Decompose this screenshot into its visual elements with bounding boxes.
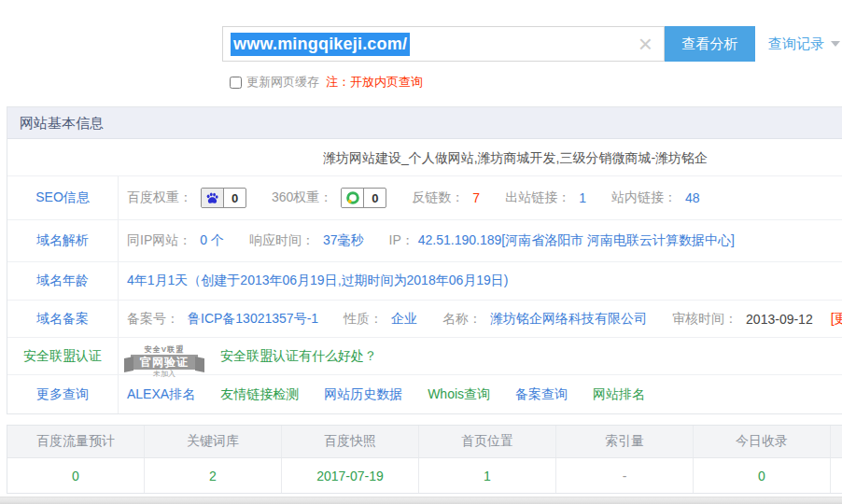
analyze-button[interactable]: 查看分析	[665, 26, 755, 62]
inlinks-value[interactable]: 48	[685, 190, 700, 205]
row-label-dns: 域名解析	[7, 220, 119, 261]
security-benefit-link[interactable]: 安全联盟认证有什么好处？	[220, 348, 377, 365]
icp-name-value[interactable]: 潍坊铭企网络科技有限公司	[490, 311, 647, 328]
link-friend-link-check[interactable]: 友情链接检测	[220, 386, 299, 403]
domain-age-value: 4年1月1天（创建于2013年06月19日,过期时间为2018年06月19日)	[127, 273, 509, 289]
page-bottom-divider	[0, 497, 842, 504]
header-today-included: 今日收录	[694, 426, 831, 457]
baidu-weight-badge[interactable]: 0	[201, 188, 246, 208]
stats-value-row: 0 2 2017-07-19 1 - 0	[7, 458, 842, 493]
value-baidu-snapshot[interactable]: 2017-07-19	[282, 458, 419, 493]
row-label-more: 更多查询	[7, 375, 119, 413]
stats-table: 百度流量预计 关键词库 百度快照 首页位置 索引量 今日收录 0 2 2017-…	[7, 425, 842, 494]
value-index-volume: -	[556, 458, 694, 493]
search-input[interactable]: www.mingqikeji.com/ ×	[222, 26, 665, 62]
value-extra	[831, 458, 842, 493]
more-query-row: 更多查询 ALEXA排名 友情链接检测 网站历史数据 Whois查询 备案查询 …	[7, 375, 842, 413]
link-site-rank[interactable]: 网站排名	[593, 386, 645, 403]
same-ip-label: 同IP网站：	[127, 232, 191, 249]
security-cert-badge-icon[interactable]: 安全V联盟 官网验证 未加入	[122, 340, 206, 372]
outlinks-label: 出站链接：	[505, 189, 570, 206]
row-label-security: 安全联盟认证	[7, 338, 119, 374]
panel-title: 网站基本信息	[7, 107, 842, 139]
header-keyword-library: 关键词库	[145, 426, 282, 457]
row-label-seo: SEO信息	[7, 176, 119, 219]
cert-badge-top-text: 安全V联盟	[145, 345, 184, 354]
icp-number-label: 备案号：	[127, 311, 179, 328]
ip-label: IP：	[389, 232, 414, 249]
icp-nature-label: 性质：	[344, 311, 383, 328]
icp-nature-value: 企业	[391, 311, 417, 328]
value-keyword-library[interactable]: 2	[145, 458, 282, 493]
link-alexa-rank[interactable]: ALEXA排名	[127, 386, 195, 403]
cert-badge-ribbon-text: 官网验证	[131, 355, 198, 370]
value-baidu-traffic[interactable]: 0	[7, 458, 145, 493]
baidu-paw-icon	[202, 189, 224, 207]
so360-weight-badge[interactable]: 0	[341, 188, 386, 208]
inner-page-note: 注：开放内页查询	[326, 74, 423, 91]
response-time-label: 响应时间：	[249, 232, 315, 249]
row-label-age: 域名年龄	[7, 262, 119, 300]
icp-audit-label: 审核时间：	[672, 311, 737, 328]
link-icp-query[interactable]: 备案查询	[515, 386, 568, 403]
search-input-value[interactable]: www.mingqikeji.com/	[231, 33, 410, 56]
value-today-included[interactable]: 0	[694, 458, 831, 493]
backlinks-label: 反链数：	[412, 189, 464, 206]
cert-badge-bottom-text: 未加入	[122, 370, 206, 379]
header-homepage-position: 首页位置	[419, 426, 556, 457]
stats-header-row: 百度流量预计 关键词库 百度快照 首页位置 索引量 今日收录	[7, 426, 842, 458]
security-cert-row: 安全联盟认证 安全V联盟 官网验证 未加入 安全联盟认证有什么好处？	[7, 338, 842, 375]
header-baidu-snapshot: 百度快照	[282, 426, 419, 457]
so360-weight-label: 360权重：	[272, 189, 332, 206]
age-info-row: 域名年龄 4年1月1天（创建于2013年06月19日,过期时间为2018年06月…	[7, 262, 842, 301]
update-cache-checkbox[interactable]	[230, 77, 242, 89]
outlinks-value[interactable]: 1	[579, 190, 586, 205]
header-index-volume: 索引量	[556, 426, 694, 457]
baidu-weight-value: 0	[224, 189, 246, 207]
header-baidu-traffic: 百度流量预计	[7, 426, 145, 457]
dns-info-row: 域名解析 同IP网站： 0 个 响应时间： 37毫秒 IP： 42.51.190…	[7, 220, 842, 262]
chevron-down-icon	[831, 41, 840, 47]
update-cache-label: 更新网页缓存	[246, 74, 319, 91]
ip-value[interactable]: 42.51.190.189[河南省洛阳市 河南电联云计算数据中心]	[418, 232, 735, 249]
history-link[interactable]: 查询记录	[768, 26, 840, 62]
so360-icon	[342, 189, 364, 207]
header-extra	[831, 426, 842, 457]
clear-icon[interactable]: ×	[639, 35, 653, 53]
inlinks-label: 站内链接：	[611, 189, 677, 206]
icp-info-row: 域名备案 备案号： 鲁ICP备13021357号-1 性质： 企业 名称： 潍坊…	[7, 301, 842, 338]
search-section: www.mingqikeji.com/ × 查看分析 查询记录 更新网页缓存 注…	[0, 0, 842, 91]
link-site-history[interactable]: 网站历史数据	[324, 386, 402, 403]
same-ip-value[interactable]: 0 个	[200, 232, 224, 249]
icp-name-label: 名称：	[442, 311, 482, 328]
row-label-icp: 域名备案	[7, 301, 119, 337]
seo-info-row: SEO信息 百度权重： 0 360权重：	[7, 176, 842, 220]
icp-audit-value: 2013-09-12	[746, 312, 813, 327]
link-whois-query[interactable]: Whois查询	[428, 386, 490, 403]
site-info-panel: 网站基本信息 潍坊网站建设_个人做网站,潍坊商城开发,三级分销微商城-潍坊铭企 …	[7, 106, 842, 414]
value-homepage-position[interactable]: 1	[419, 458, 556, 493]
icp-update-link[interactable]: [更新]	[831, 311, 842, 328]
baidu-weight-label: 百度权重：	[127, 189, 192, 206]
so360-weight-value: 0	[364, 189, 386, 207]
response-time-value: 37毫秒	[323, 232, 364, 249]
site-title: 潍坊网站建设_个人做网站,潍坊商城开发,三级分销微商城-潍坊铭企	[7, 139, 842, 176]
backlinks-value[interactable]: 7	[472, 190, 480, 205]
history-link-label: 查询记录	[768, 35, 824, 53]
icp-number-value[interactable]: 鲁ICP备13021357号-1	[188, 311, 318, 328]
